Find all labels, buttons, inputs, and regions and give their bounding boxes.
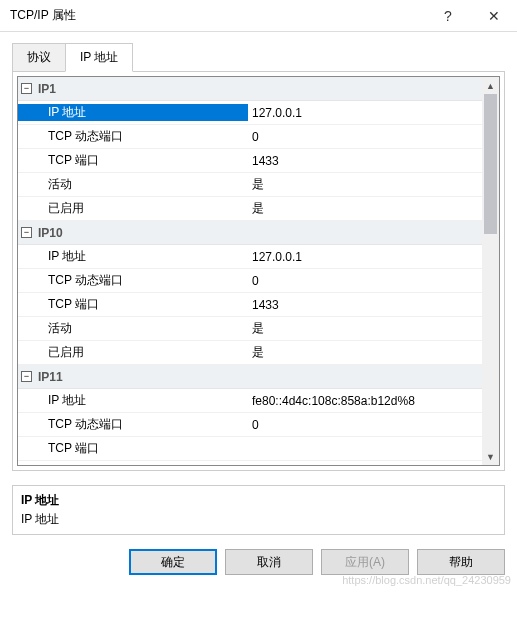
- property-row[interactable]: 已启用是: [18, 341, 482, 365]
- property-value[interactable]: 是: [248, 200, 482, 217]
- property-value[interactable]: 1433: [248, 154, 482, 168]
- apply-button: 应用(A): [321, 549, 409, 575]
- property-row[interactable]: TCP 动态端口0: [18, 125, 482, 149]
- property-label: TCP 端口: [18, 152, 248, 169]
- property-row[interactable]: TCP 端口1433: [18, 149, 482, 173]
- description-title: IP 地址: [21, 492, 496, 509]
- property-label: TCP 端口: [18, 440, 248, 457]
- group-header[interactable]: −IP1: [18, 77, 482, 101]
- group-title: IP11: [38, 370, 63, 384]
- property-value[interactable]: 0: [248, 130, 482, 144]
- property-label: TCP 动态端口: [18, 128, 248, 145]
- property-label: 已启用: [18, 200, 248, 217]
- property-value[interactable]: 0: [248, 418, 482, 432]
- property-row[interactable]: IP 地址fe80::4d4c:108c:858a:b12d%8: [18, 389, 482, 413]
- property-row[interactable]: TCP 端口1433: [18, 293, 482, 317]
- property-row[interactable]: IP 地址127.0.0.1: [18, 245, 482, 269]
- property-value[interactable]: 是: [248, 344, 482, 361]
- property-value[interactable]: 0: [248, 274, 482, 288]
- scroll-up-icon[interactable]: ▲: [482, 77, 499, 94]
- property-label: 活动: [18, 320, 248, 337]
- property-label: 活动: [18, 176, 248, 193]
- group-title: IP1: [38, 82, 56, 96]
- button-row: 确定 取消 应用(A) 帮助: [0, 535, 517, 589]
- property-label: TCP 端口: [18, 296, 248, 313]
- tab-panel: −IP1IP 地址127.0.0.1TCP 动态端口0TCP 端口1433活动是…: [12, 71, 505, 471]
- property-row[interactable]: TCP 端口: [18, 437, 482, 461]
- group-title: IP10: [38, 226, 63, 240]
- property-label: IP 地址: [18, 104, 248, 121]
- property-value[interactable]: fe80::4d4c:108c:858a:b12d%8: [248, 394, 482, 408]
- dialog-content: 协议 IP 地址 −IP1IP 地址127.0.0.1TCP 动态端口0TCP …: [0, 32, 517, 479]
- description-text: IP 地址: [21, 511, 496, 528]
- tab-ip-address[interactable]: IP 地址: [65, 43, 133, 72]
- description-box: IP 地址 IP 地址: [12, 485, 505, 535]
- property-label: IP 地址: [18, 392, 248, 409]
- scroll-thumb[interactable]: [484, 94, 497, 234]
- help-button-bottom[interactable]: 帮助: [417, 549, 505, 575]
- collapse-icon[interactable]: −: [21, 83, 32, 94]
- titlebar: TCP/IP 属性 ? ✕: [0, 0, 517, 32]
- property-row[interactable]: 活动是: [18, 317, 482, 341]
- property-value[interactable]: 是: [248, 176, 482, 193]
- property-row[interactable]: 活动是: [18, 173, 482, 197]
- grid-body: −IP1IP 地址127.0.0.1TCP 动态端口0TCP 端口1433活动是…: [18, 77, 482, 465]
- tab-protocol[interactable]: 协议: [12, 43, 66, 72]
- vertical-scrollbar[interactable]: ▲ ▼: [482, 77, 499, 465]
- property-label: 已启用: [18, 344, 248, 361]
- window-title: TCP/IP 属性: [10, 7, 425, 24]
- group-header[interactable]: −IP10: [18, 221, 482, 245]
- property-label: TCP 动态端口: [18, 272, 248, 289]
- property-value[interactable]: 1433: [248, 298, 482, 312]
- property-value[interactable]: 127.0.0.1: [248, 250, 482, 264]
- cancel-button[interactable]: 取消: [225, 549, 313, 575]
- property-value[interactable]: 是: [248, 320, 482, 337]
- group-header[interactable]: −IP11: [18, 365, 482, 389]
- property-label: IP 地址: [18, 248, 248, 265]
- collapse-icon[interactable]: −: [21, 227, 32, 238]
- property-row[interactable]: TCP 动态端口0: [18, 269, 482, 293]
- tab-strip: 协议 IP 地址: [12, 43, 505, 72]
- property-row[interactable]: IP 地址127.0.0.1: [18, 101, 482, 125]
- property-row[interactable]: 已启用是: [18, 197, 482, 221]
- close-button[interactable]: ✕: [471, 0, 517, 32]
- help-button[interactable]: ?: [425, 0, 471, 32]
- scroll-down-icon[interactable]: ▼: [482, 448, 499, 465]
- property-label: TCP 动态端口: [18, 416, 248, 433]
- property-row[interactable]: TCP 动态端口0: [18, 413, 482, 437]
- ok-button[interactable]: 确定: [129, 549, 217, 575]
- property-value[interactable]: 127.0.0.1: [248, 106, 482, 120]
- property-grid: −IP1IP 地址127.0.0.1TCP 动态端口0TCP 端口1433活动是…: [17, 76, 500, 466]
- collapse-icon[interactable]: −: [21, 371, 32, 382]
